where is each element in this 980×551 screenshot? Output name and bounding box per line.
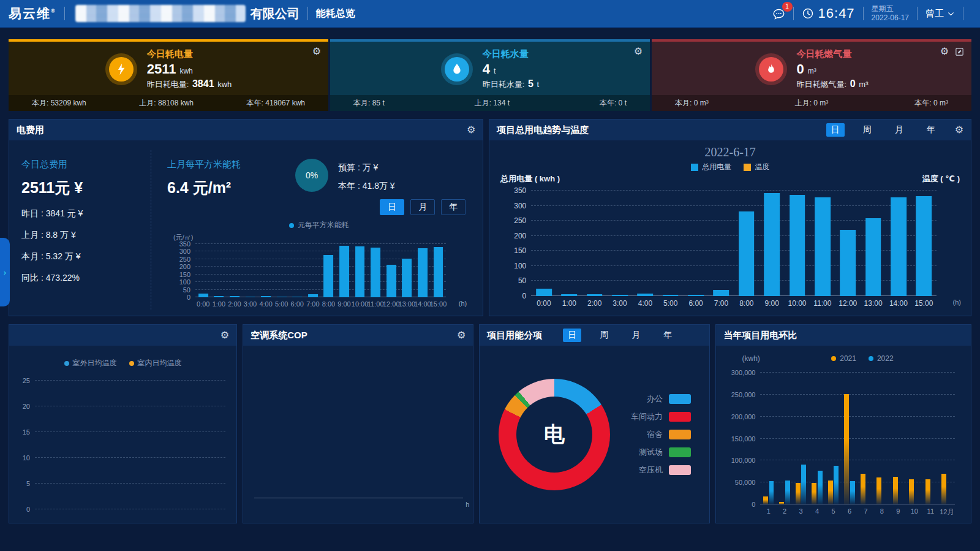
legend-item[interactable]: 温度 <box>744 162 769 172</box>
kpi-month: 本月: 0 m³ <box>675 98 709 108</box>
grid-line <box>760 460 955 460</box>
x-tick-label: 4 <box>815 507 819 515</box>
tab-year[interactable]: 年 <box>658 329 677 342</box>
bar-2021 <box>828 481 833 504</box>
legend-item[interactable]: 车间动力 <box>631 411 691 422</box>
y-tick-label: 200,000 <box>731 413 761 420</box>
tab-month[interactable]: 月 <box>627 329 645 342</box>
bar-2021 <box>812 483 816 504</box>
x-axis-line <box>254 498 463 498</box>
x-tick-label: 12:00 <box>839 299 857 308</box>
legend-swatch <box>669 412 691 422</box>
right-axis-label: 温度 ( ℃ ) <box>922 173 960 184</box>
legend-item[interactable]: 测试场 <box>631 447 691 458</box>
x-tick-label: 6:00 <box>688 299 703 308</box>
settings-icon[interactable]: ⚙ <box>634 47 643 56</box>
legend-item[interactable]: 室内日均温度 <box>129 358 182 368</box>
bar-2021 <box>941 474 946 504</box>
settings-icon[interactable]: ⚙ <box>940 47 949 56</box>
kpi-card-electricity: ⚙ 今日耗电量 2511kwh 昨日耗电量: 3841 kwh 本月: 5320… <box>9 39 328 111</box>
y-tick-label: 350 <box>514 186 531 195</box>
grid-line <box>35 457 225 458</box>
sqm-value: 6.4 元/m² <box>167 178 293 198</box>
tab-day[interactable]: 日 <box>380 199 404 215</box>
y-tick-label: 0 <box>187 294 195 301</box>
kpi-year: 本年: 0 m³ <box>914 98 948 108</box>
grid-line <box>531 190 937 191</box>
panel-title: 空调系统COP <box>251 330 307 341</box>
bar <box>764 193 780 296</box>
x-tick-label: 5:00 <box>663 299 677 308</box>
y-tick-label: 250 <box>179 256 195 263</box>
x-tick-label: 8:00 <box>739 299 753 308</box>
legend-item[interactable]: 宿舍 <box>631 429 691 440</box>
legend-swatch <box>669 394 691 404</box>
messages-button[interactable]: 1 <box>772 7 785 20</box>
tab-month[interactable]: 月 <box>410 199 435 215</box>
x-tick-label: 0:00 <box>197 300 209 308</box>
bar <box>916 196 932 296</box>
clock-icon <box>802 7 814 20</box>
legend-item[interactable]: 元每平方米能耗 <box>289 220 349 230</box>
legend-item[interactable]: 总用电量 <box>691 162 731 172</box>
nav-tab-energy-overview[interactable]: 能耗总览 <box>316 7 355 20</box>
legend-item[interactable]: 2021 <box>831 354 856 363</box>
divider <box>963 7 963 20</box>
user-menu[interactable]: 曾工 <box>925 8 955 20</box>
panel-title: 当年项目用电环比 <box>723 330 797 341</box>
y-tick-label: 50 <box>518 276 531 285</box>
settings-icon[interactable]: ⚙ <box>955 125 963 135</box>
y-tick-label: 5 <box>26 480 35 487</box>
tab-day[interactable]: 日 <box>826 123 845 137</box>
grid-line <box>760 416 955 417</box>
grid-line <box>35 380 225 381</box>
tab-day[interactable]: 日 <box>563 329 581 342</box>
tab-week[interactable]: 周 <box>858 123 876 137</box>
x-tick-label: 6:00 <box>291 300 304 308</box>
settings-icon[interactable]: ⚙ <box>467 125 475 135</box>
legend-swatch <box>669 447 691 457</box>
tab-year[interactable]: 年 <box>441 199 466 215</box>
legend-label: 测试场 <box>639 447 663 458</box>
cop-chart: h <box>243 346 473 523</box>
bar <box>324 255 334 297</box>
legend-item[interactable]: 空压机 <box>631 465 691 476</box>
plot-area: 0501001502002503003500:001:002:003:004:0… <box>195 244 446 297</box>
x-tick-label: 11:00 <box>368 300 384 308</box>
legend-label: 元每平方米能耗 <box>298 220 349 230</box>
tab-year[interactable]: 年 <box>922 123 940 137</box>
bar-2021 <box>909 479 914 504</box>
tab-month[interactable]: 月 <box>890 123 908 137</box>
bar <box>891 197 907 296</box>
settings-icon[interactable]: ⚙ <box>457 330 466 340</box>
y-tick-label: 300 <box>179 248 195 255</box>
budget-line: 预算 : 万 ¥ <box>338 162 395 173</box>
kpi-strip: 本月: 85 t 上月: 134 t 本年: 0 t <box>330 95 650 111</box>
x-tick-label: 12月 <box>940 507 954 517</box>
legend-item[interactable]: 室外日均温度 <box>64 358 117 368</box>
x-tick-label: 10:00 <box>352 300 369 308</box>
settings-icon[interactable]: ⚙ <box>312 47 321 56</box>
sqm-label: 上月每平方米能耗 <box>167 159 293 170</box>
legend-item[interactable]: 2022 <box>869 354 894 363</box>
y-tick-label: 100 <box>514 262 531 270</box>
bar <box>840 230 856 296</box>
legend-item[interactable]: 办公 <box>631 393 691 405</box>
y-tick-label: 100 <box>179 278 195 286</box>
plot-area: 0510152025 <box>35 381 225 509</box>
legend-swatch <box>831 356 836 361</box>
settings-icon[interactable]: ⚙ <box>221 330 229 340</box>
y-tick-label: 0 <box>522 292 532 300</box>
bar <box>714 290 729 296</box>
cost-tab-group: 日 月 年 <box>380 199 466 215</box>
donut-hole: 电 <box>516 397 592 473</box>
budget-progress: 0% <box>295 159 328 192</box>
grid-line <box>35 431 225 432</box>
tab-week[interactable]: 周 <box>595 329 613 342</box>
x-tick-label: 7 <box>864 507 867 515</box>
x-tick-label: 10 <box>911 507 918 515</box>
edit-icon[interactable] <box>955 47 964 56</box>
sidebar-drawer-handle[interactable]: › <box>0 238 10 306</box>
bar <box>418 248 428 297</box>
x-tick-label: 1 <box>767 507 771 515</box>
